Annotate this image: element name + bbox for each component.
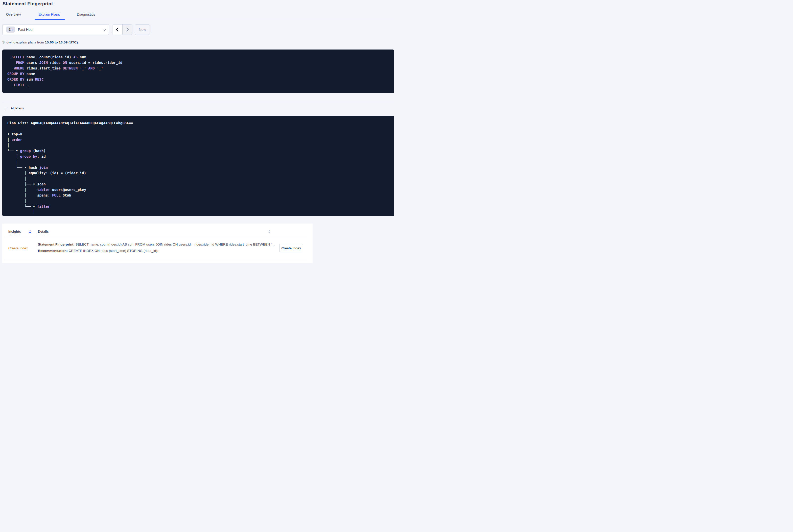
time-range-badge: 1h — [6, 26, 15, 33]
all-plans-label: All Plans — [11, 106, 24, 110]
section-divider — [2, 102, 394, 102]
tab-overview[interactable]: Overview — [6, 12, 21, 16]
time-step-buttons — [112, 24, 132, 35]
chevron-right-icon — [125, 27, 129, 32]
now-button[interactable]: Now — [135, 24, 150, 35]
sql-statement-panel: SELECT name, count(rides.id) AS sum FROM… — [2, 50, 394, 93]
next-interval-button[interactable] — [122, 24, 132, 35]
insights-table-card: Insights Details Create Index Statement … — [2, 224, 313, 263]
sort-icon-insights[interactable] — [29, 230, 31, 233]
caption-prefix: Showing explain plans from — [2, 40, 45, 44]
sort-down-triangle — [268, 232, 271, 233]
plan-tree-text: Plan Gist: AgHUAQIABQAAAAHYAQIAiAEAAAADC… — [7, 120, 389, 215]
arrow-left-icon: ← — [4, 106, 8, 110]
active-tab-indicator — [35, 19, 65, 20]
time-controls: 1h Past Hour Now — [2, 24, 150, 35]
sort-down-triangle — [29, 232, 31, 233]
sort-up-triangle — [268, 230, 271, 231]
page-title: Statement Fingerprint — [2, 1, 53, 6]
tab-bar: Overview Explain Plans Diagnostics — [2, 10, 394, 20]
tab-diagnostics[interactable]: Diagnostics — [77, 12, 95, 16]
column-header-details[interactable]: Details — [38, 230, 49, 235]
chevron-left-icon — [116, 27, 120, 32]
create-index-link[interactable]: Create Index — [8, 246, 28, 250]
sort-up-triangle — [29, 230, 31, 231]
all-plans-back-link[interactable]: ← All Plans — [4, 106, 24, 110]
statement-fingerprint-detail: Statement Fingerprint: SELECT name, coun… — [38, 243, 275, 246]
caption-range: 15:00 to 16:59 (UTC) — [45, 40, 78, 44]
tab-explain-plans[interactable]: Explain Plans — [38, 12, 60, 16]
table-row-divider — [4, 259, 307, 259]
sql-statement-text: SELECT name, count(rides.id) AS sum FROM… — [7, 54, 389, 88]
time-range-label: Past Hour — [18, 27, 34, 32]
create-index-button[interactable]: Create Index — [279, 244, 303, 252]
sort-icon-details[interactable] — [268, 230, 271, 233]
time-range-dropdown[interactable]: 1h Past Hour — [2, 24, 109, 35]
chevron-down-icon — [103, 27, 106, 31]
table-header-divider — [4, 238, 307, 238]
time-range-caption: Showing explain plans from 15:00 to 16:5… — [2, 40, 78, 44]
plan-gist-panel: Plan Gist: AgHUAQIABQAAAAHYAQIAiAEAAAADC… — [2, 116, 394, 216]
previous-interval-button[interactable] — [112, 24, 122, 35]
recommendation-detail: Recommendation: CREATE INDEX ON rides (s… — [38, 249, 275, 253]
column-header-insights[interactable]: Insights — [8, 230, 21, 235]
